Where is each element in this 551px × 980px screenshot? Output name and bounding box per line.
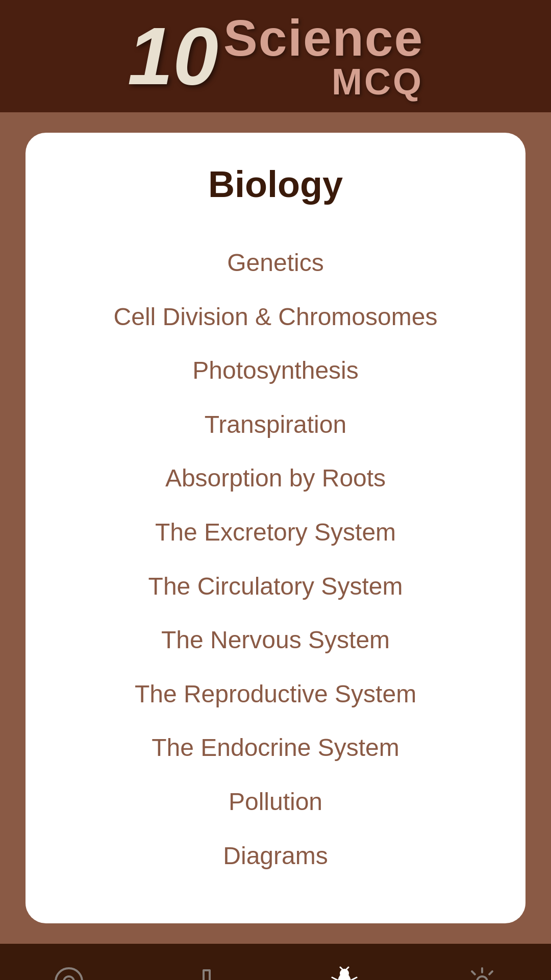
topic-item-reproductive-system[interactable]: The Reproductive System — [66, 667, 485, 721]
app-header: 10 Science MCQ — [0, 0, 551, 112]
svg-line-10 — [350, 977, 357, 980]
section-title: Biology — [208, 163, 343, 205]
topic-item-nervous-system[interactable]: The Nervous System — [66, 613, 485, 667]
nav-item-physics[interactable]: Physics — [23, 964, 115, 980]
topic-item-pollution[interactable]: Pollution — [66, 775, 485, 829]
topic-item-transpiration[interactable]: Transpiration — [66, 398, 485, 452]
gear-icon — [464, 964, 500, 980]
bug-icon — [327, 964, 362, 980]
middle-area: Biology GeneticsCell Division & Chromoso… — [0, 112, 551, 944]
header-mcq: MCQ — [332, 63, 423, 100]
header-title-group: 10 Science MCQ — [128, 12, 423, 100]
topic-item-cell-division[interactable]: Cell Division & Chromosomes — [66, 290, 485, 344]
topic-item-diagrams[interactable]: Diagrams — [66, 829, 485, 883]
topic-item-photosynthesis[interactable]: Photosynthesis — [66, 344, 485, 398]
content-card: Biology GeneticsCell Division & Chromoso… — [26, 133, 525, 923]
svg-line-13 — [340, 967, 342, 969]
nav-item-biology[interactable]: Biology — [298, 964, 390, 980]
topic-item-circulatory-system[interactable]: The Circulatory System — [66, 559, 485, 614]
svg-line-14 — [346, 967, 348, 969]
nav-item-chemistry[interactable]: Chemistry — [161, 964, 253, 980]
header-text-group: Science MCQ — [223, 12, 423, 100]
topic-item-excretory-system[interactable]: The Excretory System — [66, 505, 485, 559]
topic-item-genetics[interactable]: Genetics — [66, 236, 485, 290]
radio-icon — [51, 964, 87, 980]
bottom-nav: Physics Chemistry — [0, 944, 551, 980]
header-number: 10 — [128, 15, 218, 97]
topics-list: GeneticsCell Division & ChromosomesPhoto… — [66, 236, 485, 883]
topic-item-endocrine-system[interactable]: The Endocrine System — [66, 721, 485, 775]
header-science: Science — [223, 12, 423, 63]
svg-line-7 — [332, 977, 338, 980]
svg-point-0 — [56, 968, 82, 980]
svg-point-6 — [340, 969, 348, 977]
nav-item-settings[interactable]: Settings — [436, 964, 528, 980]
topic-item-absorption-roots[interactable]: Absorption by Roots — [66, 451, 485, 505]
chemistry-icon — [189, 964, 224, 980]
svg-point-15 — [477, 976, 487, 980]
